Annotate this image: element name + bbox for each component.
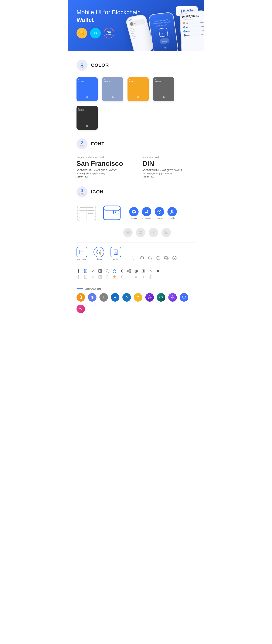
svg-point-66: [130, 272, 131, 272]
ps-badge: Ps: [90, 28, 101, 38]
svg-line-39: [140, 256, 142, 257]
swap-icon: [149, 269, 152, 273]
share-icon: [127, 269, 131, 273]
waves-coin: [111, 293, 120, 302]
discover-icon-gray: [149, 228, 158, 237]
color-section: 1 ONE COLOR #3574FA #8DA0C8: [76, 60, 196, 130]
history-icon-entry: ! History: [94, 247, 104, 260]
management-icon-entry: Mangment: [76, 247, 87, 260]
exchange-icon-entry: Exchange: [142, 207, 151, 219]
discover-icon-entry: Discover: [155, 207, 164, 219]
back-icon: [120, 269, 124, 273]
pink-coin: [76, 304, 85, 313]
teal-coin: [157, 293, 165, 302]
utility-icons-row-1: [76, 269, 196, 273]
sf-uppercase: ABCDEFGHIJKLMNOPQRSTUVWXYZ: [76, 169, 130, 172]
plus-icon-gray: [76, 275, 80, 279]
chat-icon: [132, 256, 136, 260]
order-icon-entry: Order: [110, 247, 121, 260]
band-coin: [180, 293, 188, 302]
section-number-2: 2 TWO: [76, 138, 88, 150]
svg-line-41: [140, 257, 142, 258]
profile-icon-gray: [162, 228, 171, 237]
svg-rect-58: [100, 270, 102, 271]
search-icon-gray: [106, 275, 109, 279]
svg-rect-46: [164, 256, 168, 259]
settings-icon: [134, 269, 138, 273]
svg-marker-85: [113, 276, 116, 278]
din-lowercase: abcdefghijklmnopqrstuvwxyz: [142, 172, 196, 175]
sf-style-label: Regular · Medium · Bold: [76, 156, 130, 159]
svg-line-62: [108, 272, 109, 272]
svg-rect-9: [88, 211, 93, 214]
svg-rect-79: [98, 276, 100, 277]
document-icon-gray: [84, 275, 88, 279]
svg-point-18: [133, 211, 135, 212]
blockchain-line-decor: [76, 288, 83, 289]
icon-title: ICON: [91, 189, 104, 195]
info-icon-gray: [149, 275, 152, 279]
sf-numbers: 1234567890: [76, 176, 130, 178]
svg-rect-82: [100, 277, 102, 278]
color-title: COLOR: [91, 62, 109, 68]
app-icons-row: Mangment ! History Order: [76, 247, 196, 260]
svg-rect-59: [98, 271, 100, 272]
svg-point-21: [171, 210, 173, 212]
wallet-colored: [102, 204, 122, 223]
svg-point-23: [127, 232, 128, 233]
blockchain-label-text: BlockChain Icon: [84, 288, 102, 290]
layers-icon: [140, 256, 144, 260]
svg-rect-27: [80, 250, 84, 254]
svg-rect-33: [114, 250, 118, 254]
box-icon: [142, 269, 145, 273]
svg-line-40: [142, 256, 144, 257]
discover-gray-icon: [149, 228, 158, 237]
icon-section: 3 THREE ICON: [76, 186, 196, 313]
svg-marker-92: [92, 296, 94, 298]
circle-icon: [156, 256, 161, 260]
discover-icon: [155, 207, 164, 216]
exchange-gray-icon: [136, 228, 145, 237]
svg-marker-96: [113, 296, 117, 298]
font-section: 2 TWO FONT Regular · Medium · Bold San F…: [76, 138, 196, 178]
font-grid: Regular · Medium · Bold San Francisco AB…: [76, 156, 196, 178]
font-san-francisco: Regular · Medium · Bold San Francisco AB…: [76, 156, 130, 178]
sf-lowercase: abcdefghijklmnopqrstuvwxyz: [76, 172, 130, 175]
profile-gray-icon: [162, 228, 171, 237]
phone-mid: Character may be manifested in the great…: [148, 12, 179, 51]
section-number-1: 1 ONE: [76, 60, 88, 71]
zcash-coin: Z: [134, 293, 142, 302]
phone-right: myWallet $6,297,502.12 Available USD • $…: [179, 10, 204, 51]
screens-badge: 60+ Screens: [104, 28, 114, 38]
back-icon-gray: [120, 275, 124, 279]
svg-rect-12: [104, 206, 120, 220]
assets-label: Assets: [131, 217, 137, 219]
svg-point-20: [159, 211, 160, 212]
purple-coin: [168, 293, 177, 302]
svg-marker-104: [182, 296, 186, 299]
management-label: Mangment: [77, 258, 86, 260]
svg-line-67: [128, 270, 130, 271]
hero-phones: Profile AI... Mainnet Message Find Calle…: [128, 2, 204, 51]
discover-label: Discover: [156, 217, 163, 219]
arrows-gray: [127, 275, 131, 279]
font-section-header: 2 TWO FONT: [76, 138, 196, 150]
blockchain-label: BlockChain Icon: [76, 288, 196, 290]
moon-icon: [148, 256, 152, 260]
order-label: Order: [113, 258, 118, 260]
svg-rect-60: [100, 271, 102, 272]
star-icon[interactable]: [112, 269, 116, 273]
crypto-coins-row: ₿ Ł D Z: [76, 293, 196, 313]
icon-main-row: Assets Exchange Discover: [76, 204, 196, 223]
svg-marker-93: [91, 296, 92, 298]
svg-rect-57: [98, 270, 100, 271]
utility-icons-row-2: [76, 275, 196, 279]
star-icon-orange[interactable]: [112, 275, 116, 279]
color-card-blue: #3574FA: [76, 77, 98, 102]
check-icon-gray: [91, 275, 95, 279]
exchange-icon: [142, 207, 151, 216]
profile-icon: [168, 207, 177, 216]
svg-point-25: [153, 232, 154, 233]
svg-point-26: [165, 231, 167, 233]
grid-icon: [98, 269, 102, 273]
